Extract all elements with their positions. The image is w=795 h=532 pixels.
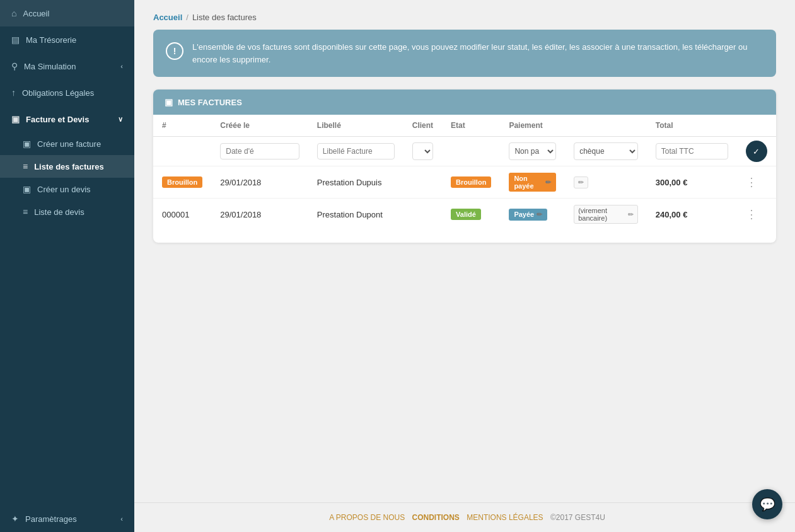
filter-paiement-method-select[interactable]: chèque xyxy=(574,142,638,160)
brouillon-badge: Brouillon xyxy=(162,176,202,188)
obligations-icon: ↑ xyxy=(11,88,16,98)
sidebar-item-accueil[interactable]: ⌂ Accueil xyxy=(0,0,134,26)
table-row: Brouillon 29/01/2018 Prestation Dupuis B… xyxy=(153,166,776,199)
filter-numero-cell xyxy=(153,137,211,166)
filter-paiement-status-cell: Non pa xyxy=(500,137,565,166)
footer-mentions[interactable]: MENTIONS LÉGALES xyxy=(461,513,550,522)
row1-paiement-status: Non payée ✏ xyxy=(500,166,565,199)
filter-client-select[interactable] xyxy=(412,142,433,160)
filter-paiement-status-select[interactable]: Non pa xyxy=(509,142,556,160)
filter-etat-cell xyxy=(442,137,500,166)
checkmark-icon: ✓ xyxy=(753,147,760,156)
footer: A PROPOS DE NOUS CONDITIONS MENTIONS LÉG… xyxy=(134,502,795,532)
row1-etat-badge: Brouillon xyxy=(451,176,491,188)
col-client: Client xyxy=(403,115,442,137)
filter-confirm-button[interactable]: ✓ xyxy=(746,141,767,162)
liste-factures-icon: ≡ xyxy=(23,161,28,171)
row2-method-edit-icon[interactable]: ✏ xyxy=(628,211,634,219)
row1-etat: Brouillon xyxy=(442,166,500,199)
table-row: 000001 29/01/2018 Prestation Dupont Vali… xyxy=(153,199,776,231)
card-header: ▣ MES FACTURES xyxy=(153,90,776,115)
sidebar-sub-label: Liste des factures xyxy=(34,162,104,171)
filter-libelle-input[interactable] xyxy=(317,143,395,159)
sidebar-item-label: Ma Trésorerie xyxy=(26,35,76,45)
col-actions xyxy=(737,115,776,137)
sidebar-item-facture-devis[interactable]: ▣ Facture et Devis ∨ xyxy=(0,106,134,132)
chevron-right-icon: ‹ xyxy=(120,62,123,70)
col-numero: # xyxy=(153,115,211,137)
filter-row: Non pa chèque ✓ xyxy=(153,137,776,166)
breadcrumb-home[interactable]: Accueil xyxy=(153,13,182,22)
filter-total-cell xyxy=(647,137,737,166)
filter-date-input[interactable] xyxy=(220,143,299,159)
card-header-title: MES FACTURES xyxy=(178,98,242,107)
row2-etat-badge: Validé xyxy=(451,209,481,220)
sidebar-item-simulation[interactable]: ⚲ Ma Simulation ‹ xyxy=(0,53,134,79)
sidebar-item-label: Accueil xyxy=(23,9,49,18)
row2-etat: Validé xyxy=(442,199,500,231)
row1-method-edit-icon[interactable]: ✏ xyxy=(578,178,584,187)
info-banner-text: L'ensemble de vos factures sont disponib… xyxy=(192,41,763,66)
chat-icon: 💬 xyxy=(760,497,775,512)
row2-paiement-status: Payée ✏ xyxy=(500,199,565,231)
row2-paiement-method: (virement bancaire) ✏ xyxy=(565,199,647,231)
footer-copyright: ©2017 GEST4U xyxy=(550,513,605,522)
sidebar-item-obligations[interactable]: ↑ Obligations Légales xyxy=(0,79,134,106)
info-icon: ! xyxy=(166,42,183,60)
parametrages-icon: ✦ xyxy=(11,514,19,524)
chat-button[interactable]: 💬 xyxy=(752,489,782,519)
row1-paiement-method: ✏ xyxy=(565,166,647,199)
filter-date-cell xyxy=(211,137,308,166)
row2-numero: 000001 xyxy=(153,199,211,231)
sidebar-item-label: Ma Simulation xyxy=(24,62,76,71)
home-icon: ⌂ xyxy=(11,8,16,18)
breadcrumb-separator: / xyxy=(186,13,189,22)
row1-payment-method-badge: ✏ xyxy=(574,176,588,188)
row1-actions: ⋮ xyxy=(737,166,776,199)
sidebar-item-tresorerie[interactable]: ▤ Ma Trésorerie xyxy=(0,26,134,53)
sidebar-sub-label: Créer un devis xyxy=(37,185,91,194)
row2-payment-status-badge: Payée ✏ xyxy=(509,209,547,221)
main-content: Accueil / Liste des factures ! L'ensembl… xyxy=(134,0,795,532)
table-wrapper: # Créée le Libellé Client Etat Paiement … xyxy=(153,115,776,243)
sidebar: ⌂ Accueil ▤ Ma Trésorerie ⚲ Ma Simulatio… xyxy=(0,0,134,532)
sidebar-item-label: Paramètrages xyxy=(25,514,77,524)
creer-facture-icon: ▣ xyxy=(23,139,31,149)
filter-paiement-method-cell: chèque xyxy=(565,137,647,166)
filter-total-input[interactable] xyxy=(656,143,728,159)
filter-libelle-cell xyxy=(308,137,403,166)
sidebar-item-label: Facture et Devis xyxy=(26,115,89,124)
row2-payment-edit-icon[interactable]: ✏ xyxy=(537,211,542,219)
creer-devis-icon: ▣ xyxy=(23,184,31,194)
sidebar-sub-creer-devis[interactable]: ▣ Créer un devis xyxy=(0,178,134,200)
filter-client-cell xyxy=(403,137,442,166)
row1-more-menu[interactable]: ⋮ xyxy=(746,176,758,188)
liste-devis-icon: ≡ xyxy=(23,207,28,217)
sidebar-item-label: Obligations Légales xyxy=(22,88,94,98)
factures-card: ▣ MES FACTURES # Créée le Libellé Client… xyxy=(153,90,776,243)
info-banner: ! L'ensemble de vos factures sont dispon… xyxy=(153,30,776,77)
card-header-icon: ▣ xyxy=(165,97,173,107)
row1-libelle: Prestation Dupuis xyxy=(308,166,403,199)
row1-total: 300,00 € xyxy=(647,166,737,199)
spacer xyxy=(134,262,795,502)
sidebar-sub-liste-devis[interactable]: ≡ Liste de devis xyxy=(0,200,134,223)
row2-more-menu[interactable]: ⋮ xyxy=(746,208,758,221)
row2-payment-method-badge: (virement bancaire) ✏ xyxy=(574,205,638,224)
sidebar-item-parametrages[interactable]: ✦ Paramètrages ‹ xyxy=(0,506,134,532)
facture-icon: ▣ xyxy=(11,114,20,124)
row1-payment-edit-icon[interactable]: ✏ xyxy=(545,178,551,187)
simulation-icon: ⚲ xyxy=(11,61,18,71)
footer-conditions[interactable]: CONDITIONS xyxy=(412,513,460,522)
tresorerie-icon: ▤ xyxy=(11,35,20,45)
breadcrumb: Accueil / Liste des factures xyxy=(134,0,795,30)
row2-libelle: Prestation Dupont xyxy=(308,199,403,231)
row2-client xyxy=(403,199,442,231)
filter-confirm-cell: ✓ xyxy=(737,137,776,166)
table-header-row: # Créée le Libellé Client Etat Paiement … xyxy=(153,115,776,137)
col-created: Créée le xyxy=(211,115,308,137)
sidebar-sub-liste-factures[interactable]: ≡ Liste des factures xyxy=(0,155,134,178)
footer-about[interactable]: A PROPOS DE NOUS xyxy=(324,513,412,522)
sidebar-sub-creer-facture[interactable]: ▣ Créer une facture xyxy=(0,132,134,155)
row2-total: 240,00 € xyxy=(647,199,737,231)
